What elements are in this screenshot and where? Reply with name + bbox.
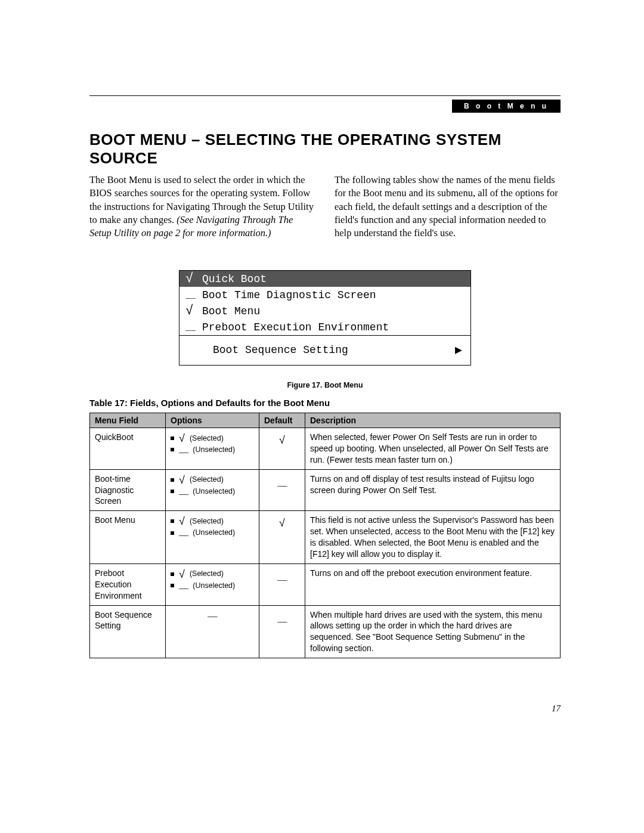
- cell-menu-field: Boot-time Diagnostic Screen: [90, 469, 166, 511]
- check-icon: √: [185, 305, 202, 318]
- check-icon: √: [279, 434, 285, 446]
- dash-icon: ___: [277, 574, 286, 581]
- table-row: QuickBoot√(Selected)___(Unselected)√When…: [90, 428, 561, 469]
- cell-description: Turns on and off the preboot execution e…: [305, 563, 561, 605]
- bios-row-label: Boot Time Diagnostic Screen: [202, 287, 376, 303]
- cell-default: ___: [259, 605, 305, 658]
- page-number: 17: [552, 704, 561, 714]
- cell-options: √(Selected)___(Unselected): [166, 428, 259, 469]
- option-selected-label: (Selected): [190, 569, 224, 579]
- bullet-icon: [171, 448, 174, 451]
- cell-options: √(Selected)___(Unselected): [166, 563, 259, 605]
- boot-menu-table: Menu FieldOptionsDefaultDescription Quic…: [89, 413, 561, 658]
- option-unselected-label: (Unselected): [193, 581, 235, 591]
- bullet-icon: [171, 490, 174, 493]
- bios-row: √Boot Menu: [179, 303, 470, 319]
- bios-screenshot: √Quick Boot__Boot Time Diagnostic Screen…: [179, 270, 471, 366]
- table-row: Boot-time Diagnostic Screen√(Selected)__…: [90, 469, 561, 511]
- cell-options: ___: [166, 605, 259, 658]
- bios-row-label: Quick Boot: [202, 271, 267, 287]
- option-selected-label: (Selected): [190, 516, 224, 527]
- cell-default: √: [259, 428, 305, 469]
- check-icon: √: [179, 516, 185, 527]
- cell-description: Turns on and off display of test results…: [305, 469, 561, 511]
- underline-icon: ___: [179, 581, 188, 590]
- underline-icon: ___: [179, 487, 188, 496]
- bullet-icon: [171, 478, 174, 482]
- bios-sub-label: Boot Sequence Setting: [213, 342, 348, 358]
- underline-icon: ___: [179, 528, 188, 537]
- bios-row: √Quick Boot: [179, 271, 470, 287]
- table-row: Boot Sequence Setting______When multiple…: [90, 605, 561, 658]
- bullet-icon: [171, 572, 174, 576]
- cell-options: √(Selected)___(Unselected): [166, 469, 259, 511]
- cell-description: This field is not active unless the Supe…: [305, 511, 561, 564]
- check-icon: √: [179, 569, 185, 580]
- bios-row-label: Preboot Execution Environment: [202, 320, 389, 335]
- header-rule: [89, 95, 561, 96]
- check-icon: √: [179, 433, 185, 444]
- bullet-icon: [171, 531, 174, 535]
- cell-menu-field: Boot Menu: [90, 511, 166, 564]
- check-icon: √: [179, 475, 185, 485]
- intro-columns: The Boot Menu is used to select the orde…: [89, 174, 561, 253]
- page-title: BOOT MENU – SELECTING THE OPERATING SYST…: [89, 131, 561, 168]
- dash-icon: ___: [277, 615, 286, 623]
- cell-menu-field: QuickBoot: [90, 428, 166, 469]
- bullet-icon: [171, 584, 174, 587]
- arrow-right-icon: ▶: [455, 342, 462, 359]
- option-unselected-label: (Unselected): [193, 528, 235, 538]
- option-unselected-label: (Unselected): [193, 487, 235, 497]
- option-selected-label: (Selected): [190, 433, 224, 444]
- cell-description: When selected, fewer Power On Self Tests…: [305, 428, 561, 469]
- table-title: Table 17: Fields, Options and Defaults f…: [89, 398, 561, 408]
- table-row: Boot Menu√(Selected)___(Unselected)√This…: [90, 511, 561, 564]
- table-header: Options: [166, 413, 259, 428]
- option-unselected-label: (Unselected): [193, 445, 235, 455]
- dash-icon: ___: [171, 609, 254, 618]
- table-row: Preboot Execution Environment√(Selected)…: [90, 563, 561, 605]
- bios-subrow: Boot Sequence Setting ▶: [179, 335, 470, 365]
- cell-menu-field: Boot Sequence Setting: [90, 605, 166, 658]
- underline-icon: __: [185, 291, 202, 299]
- underline-icon: __: [185, 323, 202, 332]
- section-chip: B o o t M e n u: [452, 100, 561, 113]
- intro-col2: The following tables show the names of t…: [335, 174, 558, 239]
- cell-description: When multiple hard drives are used with …: [305, 605, 561, 658]
- cell-default: ___: [259, 563, 305, 605]
- cell-options: √(Selected)___(Unselected): [166, 511, 259, 564]
- figure-caption: Figure 17. Boot Menu: [89, 381, 561, 389]
- cell-menu-field: Preboot Execution Environment: [90, 563, 166, 605]
- bios-row: __Boot Time Diagnostic Screen: [179, 287, 470, 303]
- bullet-icon: [171, 519, 174, 523]
- option-selected-label: (Selected): [190, 475, 224, 485]
- bullet-icon: [171, 436, 174, 440]
- check-icon: √: [279, 517, 285, 529]
- check-icon: √: [185, 272, 202, 286]
- underline-icon: ___: [179, 445, 188, 454]
- cell-default: ___: [259, 469, 305, 511]
- cell-default: √: [259, 511, 305, 564]
- dash-icon: ___: [277, 479, 286, 487]
- table-header: Description: [305, 413, 561, 428]
- table-header: Menu Field: [90, 413, 166, 428]
- bios-row: __Preboot Execution Environment: [179, 319, 470, 335]
- table-header: Default: [259, 413, 305, 428]
- bios-row-label: Boot Menu: [202, 304, 260, 319]
